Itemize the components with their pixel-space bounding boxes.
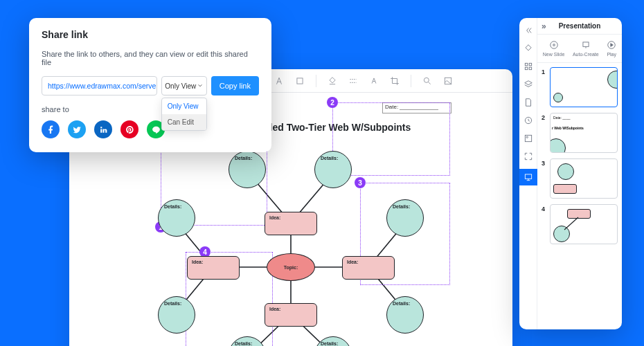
slide-number: 1	[542, 67, 547, 107]
twitter-icon[interactable]	[68, 120, 86, 138]
history-icon[interactable]	[523, 115, 533, 125]
image-tool-icon[interactable]	[523, 133, 533, 143]
fullscreen-icon[interactable]	[523, 151, 533, 161]
grid-icon[interactable]	[523, 61, 533, 71]
permission-option-edit[interactable]: Can Edit	[162, 114, 206, 130]
topic-node[interactable]: Topic:	[267, 253, 315, 281]
pinterest-icon[interactable]	[120, 120, 138, 138]
zoom-icon[interactable]	[422, 76, 432, 86]
linkedin-icon[interactable]	[94, 120, 112, 138]
slide-number: 3	[542, 158, 547, 199]
slide-thumb-1[interactable]	[550, 67, 618, 107]
position-icon[interactable]	[295, 76, 305, 86]
share-title: Share link	[42, 29, 259, 40]
svg-rect-2	[297, 78, 303, 83]
image-icon[interactable]	[443, 76, 453, 86]
idea-node[interactable]: Idea:	[265, 303, 317, 327]
idea-node[interactable]: Idea:	[265, 212, 317, 235]
marker-2: 2	[327, 97, 338, 108]
facebook-icon[interactable]	[42, 120, 60, 138]
svg-point-23	[526, 136, 528, 138]
right-sidebar	[519, 18, 537, 329]
fill-icon[interactable]	[328, 76, 337, 86]
fill-tool-icon[interactable]	[523, 43, 533, 53]
svg-rect-20	[529, 67, 532, 70]
share-subtitle: Share the link to others, and they can v…	[42, 50, 259, 66]
details-node[interactable]: Details:	[158, 296, 195, 334]
svg-rect-17	[525, 63, 528, 66]
play-button[interactable]: Play	[607, 40, 616, 57]
details-node[interactable]: Details:	[158, 199, 195, 237]
presentation-panel: » Presentation New Slide Auto-Create Pla…	[519, 18, 622, 329]
details-node[interactable]: Details:	[314, 151, 352, 188]
page-icon[interactable]	[523, 97, 533, 107]
svg-rect-19	[525, 67, 528, 70]
text-color-icon[interactable]	[369, 76, 379, 86]
auto-create-button[interactable]: Auto-Create	[573, 40, 599, 57]
marker-3: 3	[355, 177, 366, 188]
permission-option-view[interactable]: Only View	[162, 98, 206, 114]
presentation-header: » Presentation	[537, 18, 622, 35]
slide-number: 2	[542, 113, 547, 153]
slide-thumb-3[interactable]	[550, 158, 618, 199]
chevron-right-icon[interactable]: »	[542, 21, 546, 31]
svg-line-28	[564, 217, 578, 230]
details-node[interactable]: Details:	[386, 199, 424, 237]
slide-thumb-4[interactable]	[550, 204, 618, 244]
permission-select[interactable]: Only View Only View Can Edit	[161, 76, 207, 95]
chevron-down-icon	[197, 83, 203, 89]
new-slide-button[interactable]: New Slide	[543, 40, 565, 57]
collapse-icon[interactable]	[523, 25, 533, 35]
details-node[interactable]: Details:	[229, 151, 266, 188]
share-to-label: share to	[42, 105, 259, 113]
svg-rect-24	[525, 174, 531, 179]
share-link-dialog: Share link Share the link to others, and…	[29, 18, 271, 152]
copy-link-button[interactable]: Copy link	[211, 76, 259, 95]
share-url-input[interactable]: https://www.edrawmax.com/server...	[42, 76, 157, 95]
layers-icon[interactable]	[523, 79, 533, 89]
crop-icon[interactable]	[390, 76, 400, 86]
slide-number: 4	[542, 204, 547, 244]
svg-rect-22	[525, 135, 531, 141]
svg-rect-26	[583, 42, 589, 46]
svg-rect-18	[529, 63, 532, 66]
font-icon[interactable]	[274, 76, 284, 86]
svg-point-3	[424, 78, 429, 82]
slides-list: 1 2 Date: ____ r Web W/Subpoints 3 4	[537, 63, 622, 329]
permission-dropdown: Only View Can Edit	[161, 98, 207, 131]
details-node[interactable]: Details:	[386, 296, 424, 334]
presentation-tab-icon[interactable]	[519, 169, 537, 185]
idea-node[interactable]: Idea:	[342, 256, 395, 280]
slide-thumb-2[interactable]: Date: ____ r Web W/Subpoints	[550, 113, 618, 153]
idea-node[interactable]: Idea:	[187, 256, 240, 280]
line-style-icon[interactable]	[348, 76, 358, 86]
social-buttons	[42, 120, 259, 138]
